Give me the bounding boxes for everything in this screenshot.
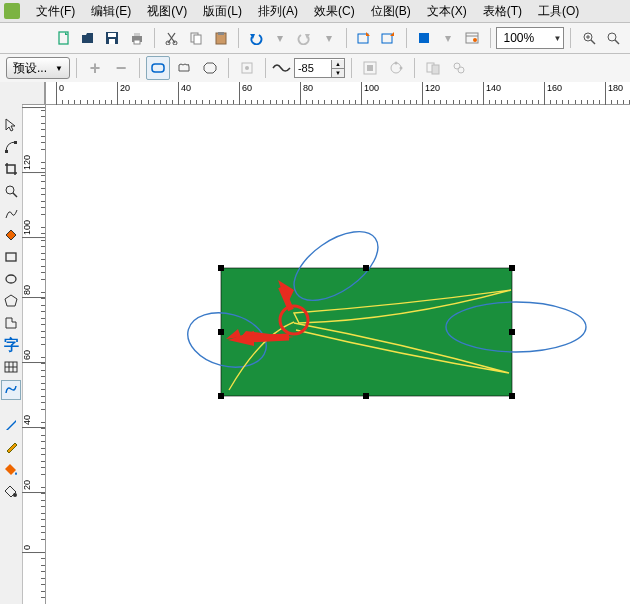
svg-line-40 xyxy=(13,193,17,197)
menu-tools[interactable]: 工具(O) xyxy=(530,0,587,22)
corner-radius-input[interactable] xyxy=(295,62,331,74)
cut-button[interactable] xyxy=(161,26,183,50)
outline-tool[interactable] xyxy=(2,438,20,456)
open-button[interactable] xyxy=(77,26,99,50)
interactive-fill-tool[interactable] xyxy=(2,482,20,500)
app-launcher-button[interactable] xyxy=(413,26,435,50)
wrap-text-button[interactable] xyxy=(358,56,382,80)
drawing-content xyxy=(46,105,630,604)
pick-tool[interactable] xyxy=(2,116,20,134)
ellipse-tool[interactable] xyxy=(2,270,20,288)
svg-point-32 xyxy=(399,67,402,70)
menu-text[interactable]: 文本(X) xyxy=(419,0,475,22)
print-button[interactable] xyxy=(125,26,147,50)
add-preset-button[interactable]: + xyxy=(83,56,107,80)
import-button[interactable] xyxy=(353,26,375,50)
svg-rect-34 xyxy=(432,65,439,74)
menu-view[interactable]: 视图(V) xyxy=(139,0,195,22)
welcome-button[interactable] xyxy=(461,26,483,50)
polygon-tool[interactable] xyxy=(2,292,20,310)
svg-point-42 xyxy=(6,275,16,283)
vertical-ruler: 140120100806040200 xyxy=(23,82,46,604)
svg-rect-10 xyxy=(194,35,201,44)
new-button[interactable] xyxy=(52,26,74,50)
preset-label: 预设... xyxy=(13,60,47,77)
svg-rect-48 xyxy=(221,268,512,396)
basic-shapes-tool[interactable] xyxy=(2,314,20,332)
corner-radius-spinbox[interactable]: ▲▼ xyxy=(294,58,345,78)
svg-point-23 xyxy=(608,33,616,41)
svg-rect-14 xyxy=(382,34,392,43)
undo-button[interactable] xyxy=(245,26,267,50)
svg-rect-37 xyxy=(5,150,8,153)
chamfer-button[interactable] xyxy=(198,56,222,80)
chevron-down-icon: ▼ xyxy=(55,64,63,73)
svg-rect-57 xyxy=(218,265,224,271)
svg-rect-63 xyxy=(363,393,369,399)
svg-point-18 xyxy=(473,38,477,42)
svg-rect-38 xyxy=(14,141,17,144)
app-icon xyxy=(4,3,20,19)
svg-rect-25 xyxy=(152,64,164,72)
text-tool[interactable]: 字 xyxy=(2,336,20,354)
spin-down[interactable]: ▼ xyxy=(332,69,344,77)
menu-edit[interactable]: 编辑(E) xyxy=(83,0,139,22)
horizontal-ruler: 020406080100120140160180 xyxy=(46,82,630,105)
object-properties-button[interactable] xyxy=(421,56,445,80)
eyedropper-tool[interactable] xyxy=(2,416,20,434)
object-manager-button[interactable] xyxy=(447,56,471,80)
corner-lock-button[interactable] xyxy=(235,56,259,80)
export-button[interactable] xyxy=(377,26,399,50)
crop-tool[interactable] xyxy=(2,160,20,178)
fill-tool[interactable] xyxy=(2,460,20,478)
svg-rect-41 xyxy=(6,253,16,261)
svg-rect-3 xyxy=(109,39,115,44)
smart-fill-tool[interactable] xyxy=(2,226,20,244)
shape-tool[interactable] xyxy=(2,138,20,156)
table-tool[interactable] xyxy=(2,358,20,376)
wave-icon xyxy=(272,61,292,75)
remove-preset-button[interactable]: − xyxy=(109,56,133,80)
svg-rect-6 xyxy=(134,40,140,44)
zoom-combo[interactable]: ▼ xyxy=(496,27,564,49)
svg-rect-62 xyxy=(218,393,224,399)
app-launcher-dropdown[interactable]: ▾ xyxy=(437,26,459,50)
redo-button[interactable] xyxy=(293,26,315,50)
svg-rect-64 xyxy=(509,393,515,399)
paste-button[interactable] xyxy=(209,26,231,50)
zoom-out-button[interactable] xyxy=(602,26,624,50)
zoom-in-button[interactable] xyxy=(577,26,599,50)
zoom-tool[interactable] xyxy=(2,182,20,200)
main-toolbar: ▾ ▾ ▾ ▼ xyxy=(0,23,630,54)
spin-up[interactable]: ▲ xyxy=(332,60,344,69)
rectangle-tool[interactable] xyxy=(2,248,20,266)
svg-rect-61 xyxy=(509,329,515,335)
svg-rect-15 xyxy=(419,33,429,43)
undo-dropdown[interactable]: ▾ xyxy=(269,26,291,50)
svg-rect-29 xyxy=(367,65,373,71)
svg-rect-2 xyxy=(108,33,116,37)
copy-button[interactable] xyxy=(185,26,207,50)
menu-table[interactable]: 表格(T) xyxy=(475,0,530,22)
menu-layout[interactable]: 版面(L) xyxy=(195,0,250,22)
redo-dropdown[interactable]: ▾ xyxy=(318,26,340,50)
to-curves-button[interactable] xyxy=(384,56,408,80)
property-bar: 预设... ▼ + − ▲▼ xyxy=(0,54,630,83)
dimension-tool[interactable] xyxy=(1,380,21,400)
freehand-tool[interactable] xyxy=(2,204,20,222)
rounded-rect-button[interactable] xyxy=(146,56,170,80)
zoom-input[interactable] xyxy=(499,31,553,45)
menu-arrange[interactable]: 排列(A) xyxy=(250,0,306,22)
svg-point-27 xyxy=(245,66,249,70)
save-button[interactable] xyxy=(101,26,123,50)
menu-effects[interactable]: 效果(C) xyxy=(306,0,363,22)
preset-combo[interactable]: 预设... ▼ xyxy=(6,57,70,79)
svg-rect-12 xyxy=(218,32,224,35)
menu-file[interactable]: 文件(F) xyxy=(28,0,83,22)
menu-bitmap[interactable]: 位图(B) xyxy=(363,0,419,22)
scallop-button[interactable] xyxy=(172,56,196,80)
canvas[interactable] xyxy=(46,105,630,604)
svg-point-47 xyxy=(13,493,17,497)
svg-rect-60 xyxy=(218,329,224,335)
svg-point-36 xyxy=(458,67,464,73)
